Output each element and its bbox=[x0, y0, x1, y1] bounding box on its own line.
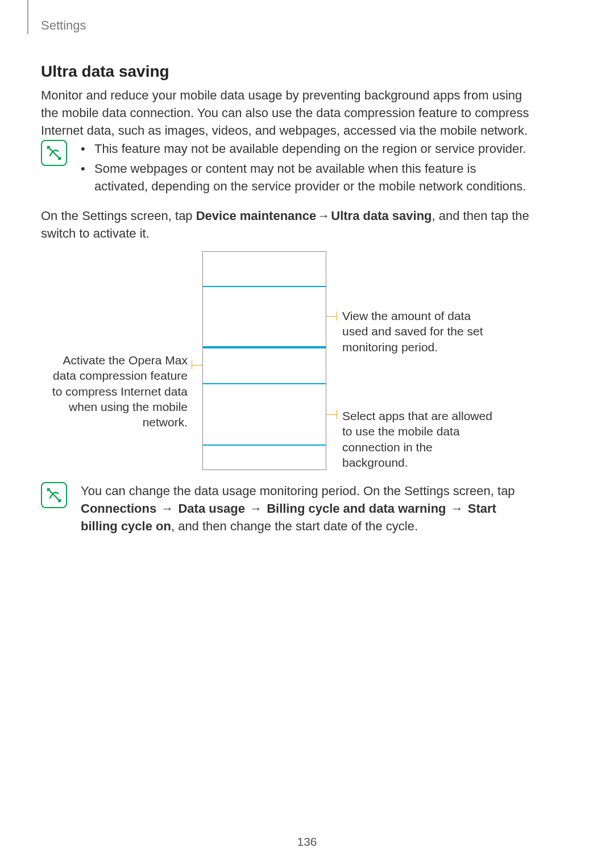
note-list: This feature may not be available depend… bbox=[81, 140, 530, 198]
leader-line bbox=[326, 316, 337, 317]
note-icon bbox=[41, 140, 67, 166]
callout-right-top: View the amount of data used and saved f… bbox=[342, 308, 496, 355]
callout-left: Activate the Opera Max data compression … bbox=[41, 352, 188, 430]
manual-page: Settings Ultra data saving Monitor and r… bbox=[0, 0, 614, 868]
note-list-item: This feature may not be available depend… bbox=[81, 140, 530, 157]
intro-paragraph: Monitor and reduce your mobile data usag… bbox=[41, 86, 536, 140]
arrow-icon: → bbox=[160, 501, 175, 516]
header-section-label: Settings bbox=[41, 18, 86, 33]
path-step: Data usage bbox=[178, 501, 244, 516]
leader-tick bbox=[337, 410, 337, 419]
text: On the Settings screen, tap bbox=[41, 209, 196, 223]
header-rule bbox=[27, 0, 28, 34]
path-step: Device maintenance bbox=[196, 209, 317, 223]
leader-line bbox=[326, 414, 337, 415]
note-icon bbox=[41, 482, 67, 508]
arrow-icon: → bbox=[450, 501, 464, 516]
path-step: Ultra data saving bbox=[331, 209, 432, 223]
page-number: 136 bbox=[0, 835, 614, 849]
arrow-icon: → bbox=[248, 501, 263, 516]
leader-tick bbox=[192, 360, 192, 369]
note-block-1: This feature may not be available depend… bbox=[41, 140, 536, 198]
path-step: Connections bbox=[81, 501, 156, 516]
note-list-item: Some webpages or content may not be avai… bbox=[81, 160, 530, 195]
callout-right-bottom: Select apps that are allowed to use the … bbox=[342, 408, 501, 470]
navigation-path: On the Settings screen, tap Device maint… bbox=[41, 207, 536, 242]
path-step: Billing cycle and data warning bbox=[267, 501, 446, 516]
leader-tick bbox=[337, 312, 337, 321]
phone-outline bbox=[202, 251, 326, 470]
screenshot-diagram: View the amount of data used and saved f… bbox=[41, 251, 536, 476]
note-block-2: You can change the data usage monitoring… bbox=[41, 482, 536, 535]
page-title: Ultra data saving bbox=[41, 63, 169, 81]
diagram-panel-top bbox=[203, 286, 326, 347]
leader-line bbox=[192, 365, 202, 366]
arrow-icon: → bbox=[316, 209, 331, 223]
diagram-panel-middle bbox=[203, 347, 326, 384]
note-text: You can change the data usage monitoring… bbox=[81, 482, 530, 535]
diagram-panel-bottom bbox=[203, 384, 326, 446]
text: You can change the data usage monitoring… bbox=[81, 484, 515, 498]
text: , and then change the start date of the … bbox=[171, 519, 418, 533]
